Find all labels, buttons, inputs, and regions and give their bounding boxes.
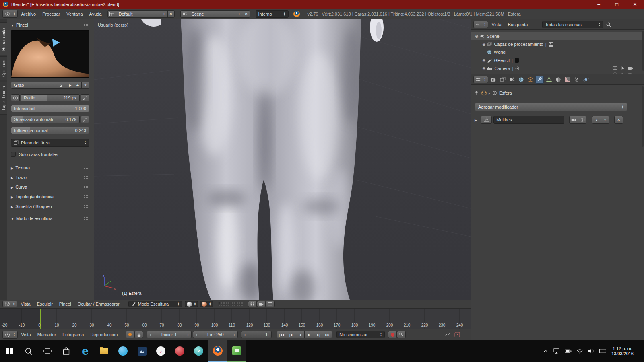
menu-esculpir[interactable]: Esculpir (34, 302, 56, 306)
menu-vista-outliner[interactable]: Vista (488, 22, 504, 27)
delete-keyframe-icon[interactable] (454, 332, 460, 337)
task-view-button[interactable] (38, 340, 57, 362)
brush-tool-button[interactable]: Grab (11, 82, 56, 89)
outliner-row-renderlayers[interactable]: Capas de procesamiento | (471, 40, 644, 48)
properties-scrollbar[interactable] (642, 86, 644, 147)
media-app-icon[interactable] (170, 340, 189, 362)
toolshelf-tab-herramientas[interactable]: Herramientas (0, 22, 7, 55)
properties-editor-type-button[interactable] (473, 76, 488, 83)
taskbar-search-button[interactable] (19, 340, 38, 362)
render-anim-button[interactable] (266, 301, 275, 307)
tab-data[interactable] (545, 76, 553, 84)
expand-open-icon[interactable] (475, 34, 480, 39)
menu-busqueda[interactable]: Búsqueda (505, 22, 531, 27)
tab-render-layers[interactable] (498, 76, 507, 84)
jump-start-button[interactable]: |◀◀ (277, 331, 286, 338)
screen-layout-add-button[interactable]: + (161, 10, 168, 18)
taskbar-clock[interactable]: 1:12 p. m. 13/03/2016 (611, 346, 634, 356)
expand-closed-icon[interactable] (482, 66, 487, 71)
cursor-select-icon[interactable] (621, 66, 625, 71)
pin-icon[interactable] (475, 90, 479, 95)
menu-procesar[interactable]: Procesar (39, 12, 63, 16)
radius-slider[interactable]: Radio: 219 px (21, 94, 80, 101)
modifier-move-down-button[interactable]: ▽ (601, 116, 609, 124)
fake-user-button[interactable]: F (66, 82, 74, 89)
radius-unit-button[interactable] (11, 94, 20, 101)
scene-field[interactable]: Scene (189, 10, 236, 18)
tab-scene[interactable] (508, 76, 516, 84)
modifier-type-button[interactable] (481, 116, 492, 124)
tab-render[interactable] (489, 76, 497, 84)
insert-keyframe-icon[interactable] (445, 332, 450, 337)
close-button[interactable]: ✕ (626, 0, 644, 9)
keyingset-lock-button[interactable] (134, 331, 143, 338)
layers-widget[interactable] (218, 302, 243, 306)
eye-icon[interactable] (612, 66, 618, 70)
brush-panel-header[interactable]: Pincel (11, 21, 89, 29)
matcap-select[interactable] (200, 301, 213, 307)
modifier-render-toggle[interactable] (569, 116, 578, 124)
menu-reproduccion[interactable]: Reproducción (87, 332, 121, 337)
modifier-delete-button[interactable]: ✕ (614, 116, 623, 124)
autosmooth-slider[interactable]: Suavizado automáti: 0.179 (11, 116, 80, 123)
record-button[interactable] (388, 331, 397, 338)
object-breadcrumb-icon[interactable] (481, 90, 487, 96)
keying-set-button[interactable] (397, 331, 406, 338)
skype-icon[interactable] (114, 340, 132, 362)
modifier-view-toggle[interactable] (578, 116, 586, 124)
add-brush-button[interactable]: + (74, 82, 82, 89)
panel-modo-escultura[interactable]: Modo de escultura (11, 215, 89, 222)
snap-button[interactable] (248, 301, 257, 307)
add-modifier-button[interactable]: Agregar modificador (475, 103, 627, 111)
timeline-ruler[interactable]: -20 -10 0 10 20 30 40 50 60 70 80 90 100… (0, 308, 471, 329)
menu-ventana[interactable]: Ventana (63, 12, 86, 16)
render-restrict-icon[interactable] (628, 66, 633, 70)
mode-select[interactable]: Modo Escultura (128, 301, 182, 307)
jump-end-button[interactable]: ▶▶| (323, 331, 332, 338)
photos-icon[interactable] (132, 340, 151, 362)
brush-users-count[interactable]: 2 (56, 82, 66, 89)
outliner-row-scene[interactable]: Scene (471, 32, 644, 40)
tab-texture[interactable] (563, 76, 572, 84)
menu-pincel[interactable]: Pincel (56, 302, 74, 306)
start-button[interactable] (0, 340, 19, 362)
modifier-move-up-button[interactable]: ▲ (592, 116, 601, 124)
edge-icon[interactable] (76, 340, 95, 362)
tab-world[interactable] (517, 76, 525, 84)
panel-textura[interactable]: Textura (11, 164, 89, 171)
play-button[interactable]: ▶ (304, 331, 314, 338)
viewport-3d[interactable]: z x Usuario (persp) (1) Esfera (94, 19, 471, 300)
touch-keyboard-icon[interactable] (599, 349, 606, 353)
scene-browse-button[interactable] (180, 10, 189, 18)
timeline-editor-type-button[interactable] (2, 331, 18, 339)
modifier-expand-icon[interactable] (475, 117, 479, 122)
menu-vista[interactable]: Vista (17, 302, 33, 306)
tab-physics[interactable] (582, 76, 590, 84)
tab-material[interactable] (554, 76, 562, 84)
menu-archivo[interactable]: Archivo (18, 12, 39, 16)
volume-icon[interactable] (588, 348, 594, 354)
tray-chevron-up-icon[interactable] (543, 349, 548, 353)
layers-grid-right[interactable] (231, 302, 243, 306)
menu-ocultar-enmascarar[interactable]: Ocultar / Enmascarar (74, 302, 123, 306)
menu-ayuda[interactable]: Ayuda (86, 12, 105, 16)
prev-keyframe-button[interactable]: |◀ (286, 331, 295, 338)
outliner-row-camera[interactable]: Camera | (471, 64, 644, 72)
frame-start-field[interactable]: Inicio:1 (147, 331, 192, 338)
render-opengl-button[interactable] (257, 301, 266, 307)
brush-preview[interactable] (11, 30, 89, 78)
menu-marcador[interactable]: Marcador (34, 332, 59, 337)
sync-select[interactable]: No sincronizar (336, 331, 385, 338)
render-engine-select[interactable]: Interno (256, 10, 289, 18)
autokey-button[interactable] (126, 331, 134, 338)
strength-slider[interactable]: Intensidad: 1.000 (11, 105, 89, 112)
battery-icon[interactable] (565, 349, 572, 353)
video-editor-icon[interactable] (227, 340, 246, 362)
tab-particles[interactable] (572, 76, 581, 84)
screen-layout-field[interactable]: Default (116, 10, 161, 18)
store-icon[interactable] (57, 340, 76, 362)
toolshelf-tab-lapiz[interactable]: Lápiz de cera (0, 82, 7, 115)
outliner-editor-type-button[interactable] (473, 21, 488, 28)
play-reverse-button[interactable]: ◀ (295, 331, 305, 338)
autosmooth-pressure-button[interactable] (80, 116, 89, 123)
